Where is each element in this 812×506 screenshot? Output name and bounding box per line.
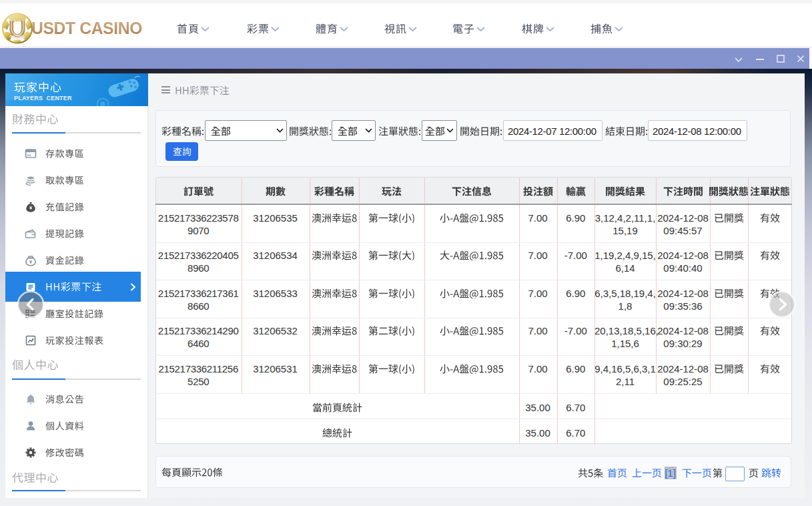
svg-text:CASINO: CASINO	[9, 35, 25, 39]
svg-text:¥: ¥	[29, 259, 32, 264]
